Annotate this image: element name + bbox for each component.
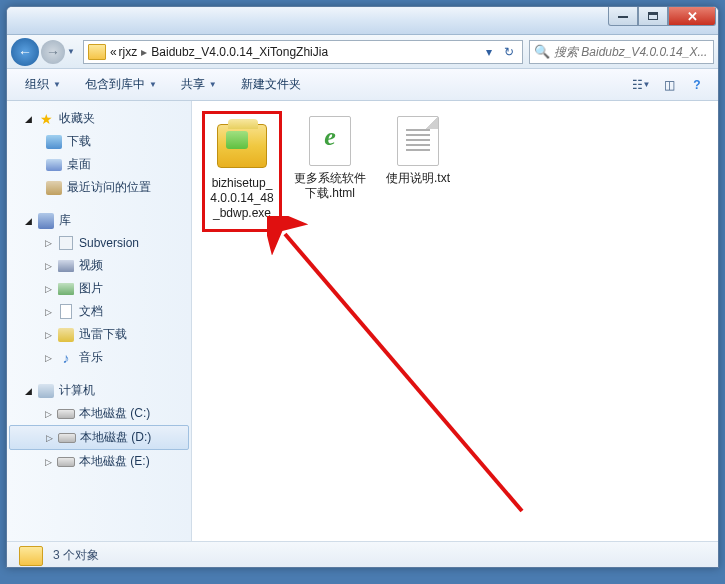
annotation-arrow xyxy=(267,216,547,526)
history-dropdown-icon[interactable]: ▼ xyxy=(67,47,75,56)
sidebar-item-subversion[interactable]: ▷Subversion xyxy=(7,232,191,254)
breadcrumb-part[interactable]: rjxz xyxy=(119,45,138,59)
file-label: 使用说明.txt xyxy=(382,171,454,186)
sidebar-item-label: 本地磁盘 (C:) xyxy=(79,405,150,422)
sidebar-item-label: 图片 xyxy=(79,280,103,297)
svg-line-0 xyxy=(285,234,522,511)
computer-header[interactable]: ◢ 计算机 xyxy=(7,379,191,402)
desktop-icon xyxy=(46,159,62,171)
sidebar-item-downloads[interactable]: 下载 xyxy=(7,130,191,153)
forward-button[interactable]: → xyxy=(41,40,65,64)
sidebar-item-drive-e[interactable]: ▷本地磁盘 (E:) xyxy=(7,450,191,473)
star-icon: ★ xyxy=(37,111,55,127)
html-icon xyxy=(309,116,351,166)
sidebar-item-label: 本地磁盘 (D:) xyxy=(80,429,151,446)
sidebar-item-videos[interactable]: ▷视频 xyxy=(7,254,191,277)
sidebar-label: 计算机 xyxy=(59,382,95,399)
window-controls: ✕ xyxy=(608,7,716,26)
statusbar: 3 个对象 xyxy=(7,541,718,568)
preview-pane-icon[interactable]: ◫ xyxy=(656,73,682,97)
recent-icon xyxy=(46,181,62,195)
share-button[interactable]: 共享 ▼ xyxy=(171,72,227,97)
sidebar-item-label: 下载 xyxy=(67,133,91,150)
sidebar-item-label: 音乐 xyxy=(79,349,103,366)
tree-expand-icon[interactable]: ▷ xyxy=(45,409,55,419)
explorer-window: ✕ ← → ▼ « rjxz ▸ Baidubz_V4.0.0.14_XiTon… xyxy=(6,6,719,568)
libraries-header[interactable]: ◢ 库 xyxy=(7,209,191,232)
sidebar-item-music[interactable]: ▷♪音乐 xyxy=(7,346,191,369)
back-button[interactable]: ← xyxy=(11,38,39,66)
address-dropdown-icon[interactable]: ▾ xyxy=(480,43,498,61)
breadcrumb-sep-icon[interactable]: ▸ xyxy=(141,45,147,59)
search-input[interactable] xyxy=(554,45,709,59)
installer-icon xyxy=(217,124,267,168)
sidebar-item-label: 本地磁盘 (E:) xyxy=(79,453,150,470)
minimize-button[interactable] xyxy=(608,7,638,26)
tree-expand-icon[interactable]: ▷ xyxy=(45,330,55,340)
drive-icon xyxy=(57,457,75,467)
maximize-button[interactable] xyxy=(638,7,668,26)
tree-expand-icon[interactable]: ▷ xyxy=(45,261,55,271)
file-item-html[interactable]: 更多系统软件下载.html xyxy=(290,111,370,205)
drive-icon xyxy=(58,433,76,443)
breadcrumb-prefix[interactable]: « xyxy=(110,45,117,59)
drive-icon xyxy=(57,409,75,419)
close-button[interactable]: ✕ xyxy=(668,7,716,26)
thunder-icon xyxy=(58,328,74,342)
navigation-pane: ◢ ★ 收藏夹 下载 桌面 最近访问的位置 ◢ 库 ▷Subversion ▷视… xyxy=(7,101,192,541)
breadcrumb-part[interactable]: Baidubz_V4.0.0.14_XiTongZhiJia xyxy=(151,45,328,59)
refresh-icon[interactable]: ↻ xyxy=(500,43,518,61)
file-list[interactable]: bizhisetup_4.0.0.14_48_bdwp.exe 更多系统软件下载… xyxy=(192,101,718,541)
pictures-icon xyxy=(58,283,74,295)
favorites-header[interactable]: ◢ ★ 收藏夹 xyxy=(7,107,191,130)
tree-collapse-icon[interactable]: ◢ xyxy=(25,216,35,226)
sidebar-item-drive-c[interactable]: ▷本地磁盘 (C:) xyxy=(7,402,191,425)
music-icon: ♪ xyxy=(57,350,75,366)
computer-group: ◢ 计算机 ▷本地磁盘 (C:) ▷本地磁盘 (D:) ▷本地磁盘 (E:) xyxy=(7,379,191,473)
tree-collapse-icon[interactable]: ◢ xyxy=(25,114,35,124)
breadcrumb: « rjxz ▸ Baidubz_V4.0.0.14_XiTongZhiJia xyxy=(110,45,328,59)
sidebar-item-drive-d[interactable]: ▷本地磁盘 (D:) xyxy=(9,425,189,450)
tree-expand-icon[interactable]: ▷ xyxy=(46,433,56,443)
computer-icon xyxy=(38,384,54,398)
tree-expand-icon[interactable]: ▷ xyxy=(45,238,55,248)
sidebar-item-pictures[interactable]: ▷图片 xyxy=(7,277,191,300)
help-icon[interactable]: ? xyxy=(684,73,710,97)
sidebar-item-label: 桌面 xyxy=(67,156,91,173)
sidebar-label: 收藏夹 xyxy=(59,110,95,127)
sidebar-item-desktop[interactable]: 桌面 xyxy=(7,153,191,176)
sidebar-item-label: 迅雷下载 xyxy=(79,326,127,343)
toolbar: 组织 ▼ 包含到库中 ▼ 共享 ▼ 新建文件夹 ☷ ▼ ◫ ? xyxy=(7,69,718,101)
video-icon xyxy=(58,260,74,272)
sidebar-item-label: 文档 xyxy=(79,303,103,320)
tree-expand-icon[interactable]: ▷ xyxy=(45,284,55,294)
navbar: ← → ▼ « rjxz ▸ Baidubz_V4.0.0.14_XiTongZ… xyxy=(7,35,718,69)
sidebar-item-label: Subversion xyxy=(79,236,139,250)
downloads-icon xyxy=(46,135,62,149)
sidebar-label: 库 xyxy=(59,212,71,229)
search-icon: 🔍 xyxy=(534,44,550,59)
tree-collapse-icon[interactable]: ◢ xyxy=(25,386,35,396)
txt-icon xyxy=(397,116,439,166)
sidebar-item-label: 最近访问的位置 xyxy=(67,179,151,196)
files-container: bizhisetup_4.0.0.14_48_bdwp.exe 更多系统软件下载… xyxy=(202,111,708,232)
organize-button[interactable]: 组织 ▼ xyxy=(15,72,71,97)
tree-expand-icon[interactable]: ▷ xyxy=(45,307,55,317)
titlebar: ✕ xyxy=(7,7,718,35)
search-box[interactable]: 🔍 xyxy=(529,40,714,64)
tree-expand-icon[interactable]: ▷ xyxy=(45,457,55,467)
include-library-button[interactable]: 包含到库中 ▼ xyxy=(75,72,167,97)
sidebar-item-documents[interactable]: ▷文档 xyxy=(7,300,191,323)
sidebar-item-thunder[interactable]: ▷迅雷下载 xyxy=(7,323,191,346)
address-bar[interactable]: « rjxz ▸ Baidubz_V4.0.0.14_XiTongZhiJia … xyxy=(83,40,523,64)
tree-expand-icon[interactable]: ▷ xyxy=(45,353,55,363)
newfolder-button[interactable]: 新建文件夹 xyxy=(231,72,311,97)
view-options-icon[interactable]: ☷ ▼ xyxy=(628,73,654,97)
library-icon xyxy=(38,213,54,229)
sidebar-item-recent[interactable]: 最近访问的位置 xyxy=(7,176,191,199)
file-item-installer[interactable]: bizhisetup_4.0.0.14_48_bdwp.exe xyxy=(202,111,282,232)
folder-icon xyxy=(19,546,43,566)
favorites-group: ◢ ★ 收藏夹 下载 桌面 最近访问的位置 xyxy=(7,107,191,199)
file-item-txt[interactable]: 使用说明.txt xyxy=(378,111,458,190)
file-label: 更多系统软件下载.html xyxy=(294,171,366,201)
